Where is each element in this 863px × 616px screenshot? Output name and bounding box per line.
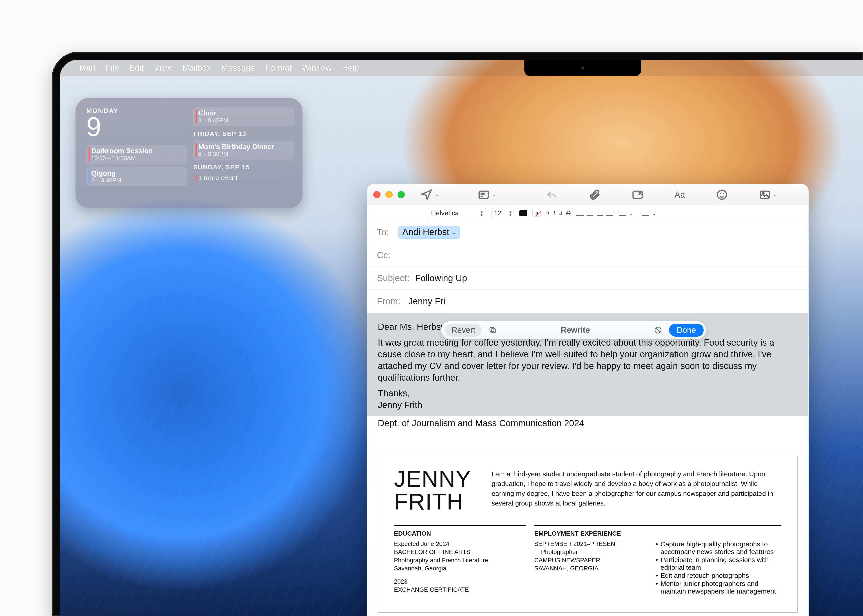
copy-icon[interactable] <box>486 324 499 336</box>
event-moms-dinner[interactable]: Mom's Birthday Dinner 6 – 8:30PM <box>193 141 294 160</box>
subject-value: Following Up <box>415 273 467 283</box>
menu-message[interactable]: Message <box>221 63 255 73</box>
bold-button[interactable]: B <box>546 211 549 215</box>
align-group <box>576 210 613 216</box>
chevron-down-icon: ⌄ <box>452 228 457 236</box>
svg-point-4 <box>723 193 724 194</box>
attach-icon[interactable] <box>589 189 601 201</box>
menu-mailbox[interactable]: Mailbox <box>182 63 211 73</box>
chevron-down-icon[interactable]: ⌄ <box>435 191 439 198</box>
italic-button[interactable]: I <box>553 209 556 217</box>
cc-field[interactable]: Cc: <box>367 244 808 267</box>
list-card-icon <box>477 189 490 201</box>
svg-point-3 <box>720 193 721 194</box>
education-header: EDUCATION <box>394 530 526 537</box>
align-right-button[interactable] <box>596 210 603 216</box>
emoji-icon[interactable] <box>716 189 728 201</box>
chevron-down-icon[interactable]: ⌄ <box>628 210 636 216</box>
event-darkroom[interactable]: Darkroom Session 10:30 – 11:30AM <box>86 145 187 164</box>
menu-edit[interactable]: Edit <box>129 63 144 73</box>
education-block-1: Expected June 2024 BACHELOR OF FINE ARTS… <box>394 540 526 573</box>
stepper-icon: ▴▾ <box>509 210 512 216</box>
widget-date-sep15: SUNDAY, SEP 15 <box>193 164 294 171</box>
employment-left: SEPTEMBER 2021–PRESENT Photographer CAMP… <box>534 540 648 591</box>
window-toolbar: ⌄ ⌄ <box>367 184 808 205</box>
menu-view[interactable]: View <box>154 63 172 73</box>
close-button[interactable] <box>373 191 381 198</box>
reply-icon[interactable] <box>546 189 558 201</box>
svg-point-6 <box>762 192 764 194</box>
minimize-button[interactable] <box>386 191 393 198</box>
align-left-button[interactable] <box>576 210 584 216</box>
event-choir[interactable]: Choir 8 – 8:45PM <box>193 107 294 126</box>
svg-point-2 <box>717 190 727 199</box>
zoom-button[interactable] <box>398 191 405 198</box>
font-select[interactable]: Helvetica ▴▾ <box>428 208 486 218</box>
message-body[interactable]: Dear Ms. Herbst, It was great meeting fo… <box>367 313 808 613</box>
menu-bar: Mail File Edit View Mailbox Message Form… <box>60 60 863 76</box>
window-controls <box>373 191 405 198</box>
photo-browser-icon[interactable] <box>759 189 771 201</box>
widget-more-events[interactable]: 1 more event <box>193 174 294 182</box>
revert-button[interactable]: Revert <box>445 324 482 336</box>
resume-name: JENNY FRITH <box>394 467 471 513</box>
from-label: From: <box>377 296 408 306</box>
list-group: ⌄ <box>619 210 636 216</box>
cancel-icon[interactable] <box>652 324 665 336</box>
to-field[interactable]: To: Andi Herbst ⌄ <box>367 221 808 244</box>
font-size-select[interactable]: 12 ▴▾ <box>491 208 514 218</box>
to-label: To: <box>377 227 398 237</box>
menu-window[interactable]: Window <box>302 63 332 73</box>
desktop-screen: Mail File Edit View Mailbox Message Form… <box>60 60 863 616</box>
event-qigong[interactable]: Qigong 2 – 3:30PM <box>86 167 187 186</box>
writing-tools-popover: Revert Rewrite Done <box>441 321 706 339</box>
text-color-swatch[interactable] <box>520 210 527 216</box>
chevron-down-icon[interactable]: ⌄ <box>652 210 659 216</box>
body-after-selection: Dept. of Journalism and Mass Communicati… <box>367 416 808 434</box>
widget-date-sep13: FRIDAY, SEP 13 <box>193 130 294 137</box>
from-value: Jenny Fri <box>408 296 446 306</box>
rewrite-label: Rewrite <box>504 324 647 336</box>
underline-button[interactable]: U <box>559 211 562 215</box>
format-text-button[interactable]: Aa <box>674 190 685 199</box>
resume-intro: I am a third-year student undergraduate … <box>491 467 781 513</box>
subject-label: Subject: <box>377 273 415 283</box>
markup-icon[interactable] <box>632 189 644 201</box>
mail-compose-window: ⌄ ⌄ <box>367 184 809 616</box>
align-center-button[interactable] <box>586 210 594 216</box>
send-button[interactable]: ⌄ <box>420 189 439 201</box>
attachment-resume: JENNY FRITH I am a third-year student un… <box>378 456 798 613</box>
camera-notch <box>524 60 641 76</box>
bg-color-swatch[interactable] <box>532 210 541 217</box>
chevron-down-icon[interactable]: ⌄ <box>773 191 778 198</box>
svg-rect-8 <box>490 327 494 332</box>
calendar-widget[interactable]: MONDAY 9 Darkroom Session 10:30 – 11:30A… <box>76 98 302 208</box>
laptop-frame: Mail File Edit View Mailbox Message Form… <box>52 52 863 616</box>
bullet-list-button[interactable] <box>619 210 626 216</box>
header-fields-button[interactable]: ⌄ <box>477 189 496 201</box>
menu-app[interactable]: Mail <box>79 63 95 73</box>
widget-dayname: MONDAY <box>86 107 187 115</box>
format-bar: Helvetica ▴▾ 12 ▴▾ B I U S <box>367 205 808 221</box>
svg-rect-7 <box>491 329 495 333</box>
stepper-icon: ▴▾ <box>480 210 483 216</box>
chevron-down-icon[interactable]: ⌄ <box>491 191 496 198</box>
recipient-chip[interactable]: Andi Herbst ⌄ <box>398 226 460 239</box>
menu-help[interactable]: Help <box>342 63 359 73</box>
paper-plane-icon <box>420 189 433 201</box>
cc-label: Cc: <box>377 250 398 260</box>
align-justify-button[interactable] <box>606 210 613 216</box>
education-block-2: 2023 EXCHANGE CERTIFICATE <box>394 578 526 594</box>
done-button[interactable]: Done <box>669 324 704 336</box>
employment-bullets: Capture high-quality photographs to acco… <box>655 540 781 596</box>
widget-daynum: 9 <box>86 113 187 140</box>
subject-field[interactable]: Subject: Following Up <box>367 267 808 290</box>
strike-button[interactable]: S <box>566 209 571 217</box>
menu-format[interactable]: Format <box>265 63 292 73</box>
employment-header: EMPLOYMENT EXPERIENCE <box>534 530 781 537</box>
menu-file[interactable]: File <box>106 63 119 73</box>
text-style-group: B I U S <box>546 209 571 217</box>
from-field[interactable]: From: Jenny Fri <box>367 290 808 313</box>
indent-button[interactable] <box>642 210 649 216</box>
indent-group: ⌄ <box>642 210 659 216</box>
